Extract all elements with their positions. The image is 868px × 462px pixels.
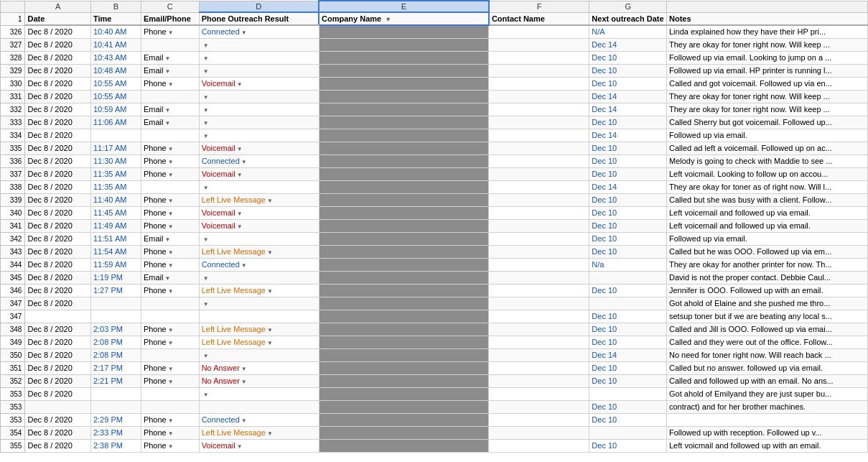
- cell-next-outreach-date[interactable]: Dec 10: [589, 77, 667, 90]
- dropdown-arrow-d[interactable]: ▼: [241, 29, 247, 36]
- dropdown-arrow-c[interactable]: ▼: [168, 211, 174, 217]
- cell-date[interactable]: Dec 8 / 2020: [25, 271, 91, 284]
- cell-time[interactable]: [90, 387, 141, 400]
- dropdown-arrow-d-empty[interactable]: ▼: [203, 55, 209, 62]
- cell-contact-name[interactable]: [489, 387, 589, 400]
- cell-date[interactable]: Dec 8 / 2020: [25, 258, 91, 271]
- cell-date[interactable]: Dec 8 / 2020: [25, 413, 91, 426]
- cell-contact-name[interactable]: [489, 400, 589, 413]
- cell-company-name[interactable]: [319, 284, 489, 297]
- cell-next-outreach-date[interactable]: Dec 10: [589, 219, 667, 232]
- cell-time[interactable]: [90, 310, 141, 323]
- cell-company-name[interactable]: [319, 142, 489, 154]
- cell-time[interactable]: 11:49 AM: [90, 219, 141, 232]
- dropdown-arrow-c[interactable]: ▼: [164, 68, 170, 75]
- cell-time[interactable]: 11:17 AM: [90, 142, 141, 154]
- dropdown-arrow-d-empty[interactable]: ▼: [203, 353, 209, 359]
- cell-company-name[interactable]: [319, 323, 489, 336]
- cell-company-name[interactable]: [319, 297, 489, 310]
- cell-company-name[interactable]: [319, 51, 489, 64]
- cell-company-name[interactable]: [319, 348, 489, 361]
- cell-next-outreach-date[interactable]: Dec 14: [589, 103, 667, 116]
- cell-phone-outreach-result[interactable]: ▼: [199, 297, 319, 310]
- cell-date[interactable]: Dec 8 / 2020: [25, 25, 91, 38]
- cell-contact-name[interactable]: [489, 193, 589, 206]
- cell-company-name[interactable]: [319, 232, 489, 245]
- cell-contact-name[interactable]: [489, 219, 589, 232]
- dropdown-arrow-d[interactable]: ▼: [267, 198, 273, 204]
- cell-company-name[interactable]: [319, 180, 489, 193]
- cell-email-phone[interactable]: [141, 348, 199, 361]
- cell-contact-name[interactable]: [489, 90, 589, 103]
- cell-company-name[interactable]: [319, 77, 489, 90]
- cell-phone-outreach-result[interactable]: Left Live Message▼: [199, 426, 319, 439]
- dropdown-arrow-c[interactable]: ▼: [164, 55, 170, 62]
- col-letter-a[interactable]: A: [25, 1, 91, 12]
- cell-contact-name[interactable]: [489, 426, 589, 439]
- cell-time[interactable]: [90, 400, 141, 413]
- cell-next-outreach-date[interactable]: Dec 10: [589, 413, 667, 426]
- cell-company-name[interactable]: [319, 116, 489, 129]
- cell-phone-outreach-result[interactable]: ▼: [199, 129, 319, 142]
- dropdown-arrow-c[interactable]: ▼: [168, 443, 174, 450]
- cell-email-phone[interactable]: [141, 38, 199, 51]
- cell-phone-outreach-result[interactable]: Voicemail▼: [199, 439, 319, 452]
- cell-time[interactable]: 2:17 PM: [90, 361, 141, 374]
- cell-email-phone[interactable]: Email▼: [141, 116, 199, 129]
- cell-date[interactable]: [25, 400, 91, 413]
- dropdown-arrow-c[interactable]: ▼: [168, 379, 174, 385]
- cell-next-outreach-date[interactable]: Dec 14: [589, 129, 667, 142]
- cell-phone-outreach-result[interactable]: Left Live Message▼: [199, 284, 319, 297]
- cell-contact-name[interactable]: [489, 284, 589, 297]
- cell-contact-name[interactable]: [489, 323, 589, 336]
- cell-time[interactable]: [90, 297, 141, 310]
- cell-contact-name[interactable]: [489, 232, 589, 245]
- cell-time[interactable]: 10:59 AM: [90, 103, 141, 116]
- dropdown-arrow-d-empty[interactable]: ▼: [203, 275, 209, 282]
- dropdown-arrow-d[interactable]: ▼: [237, 172, 243, 178]
- cell-email-phone[interactable]: Email▼: [141, 64, 199, 77]
- cell-email-phone[interactable]: Phone▼: [141, 206, 199, 219]
- cell-next-outreach-date[interactable]: Dec 10: [589, 51, 667, 64]
- cell-company-name[interactable]: [319, 400, 489, 413]
- cell-email-phone[interactable]: Email▼: [141, 271, 199, 284]
- cell-contact-name[interactable]: [489, 245, 589, 258]
- dropdown-arrow-c[interactable]: ▼: [168, 430, 174, 437]
- cell-date[interactable]: Dec 8 / 2020: [25, 90, 91, 103]
- cell-phone-outreach-result[interactable]: Left Live Message▼: [199, 245, 319, 258]
- cell-phone-outreach-result[interactable]: Voicemail▼: [199, 167, 319, 180]
- dropdown-arrow-d[interactable]: ▼: [241, 159, 247, 165]
- dropdown-arrow-d[interactable]: ▼: [237, 223, 243, 230]
- cell-company-name[interactable]: [319, 154, 489, 167]
- dropdown-arrow-d[interactable]: ▼: [237, 146, 243, 152]
- cell-date[interactable]: Dec 8 / 2020: [25, 284, 91, 297]
- cell-time[interactable]: 11:59 AM: [90, 258, 141, 271]
- cell-contact-name[interactable]: [489, 206, 589, 219]
- cell-time[interactable]: 10:40 AM: [90, 25, 141, 38]
- cell-email-phone[interactable]: [141, 297, 199, 310]
- cell-phone-outreach-result[interactable]: ▼: [199, 38, 319, 51]
- cell-next-outreach-date[interactable]: Dec 10: [589, 374, 667, 387]
- dropdown-arrow-c[interactable]: ▼: [168, 159, 174, 165]
- dropdown-arrow-d[interactable]: ▼: [267, 430, 273, 437]
- cell-company-name[interactable]: [319, 245, 489, 258]
- cell-email-phone[interactable]: Phone▼: [141, 167, 199, 180]
- cell-next-outreach-date[interactable]: Dec 10: [589, 284, 667, 297]
- dropdown-arrow-d[interactable]: ▼: [237, 443, 243, 450]
- cell-phone-outreach-result[interactable]: ▼: [199, 90, 319, 103]
- dropdown-arrow-c[interactable]: ▼: [168, 262, 174, 269]
- cell-date[interactable]: Dec 8 / 2020: [25, 219, 91, 232]
- cell-next-outreach-date[interactable]: N/a: [589, 258, 667, 271]
- cell-date[interactable]: [25, 310, 91, 323]
- cell-company-name[interactable]: [319, 167, 489, 180]
- cell-time[interactable]: 11:40 AM: [90, 193, 141, 206]
- cell-contact-name[interactable]: [489, 361, 589, 374]
- cell-contact-name[interactable]: [489, 51, 589, 64]
- cell-next-outreach-date[interactable]: Dec 10: [589, 439, 667, 452]
- col-letter-d[interactable]: D: [199, 1, 319, 12]
- header-email-phone[interactable]: Email/Phone: [141, 12, 199, 25]
- cell-email-phone[interactable]: [141, 387, 199, 400]
- dropdown-arrow-c[interactable]: ▼: [164, 120, 170, 126]
- cell-next-outreach-date[interactable]: [589, 387, 667, 400]
- cell-phone-outreach-result[interactable]: ▼: [199, 180, 319, 193]
